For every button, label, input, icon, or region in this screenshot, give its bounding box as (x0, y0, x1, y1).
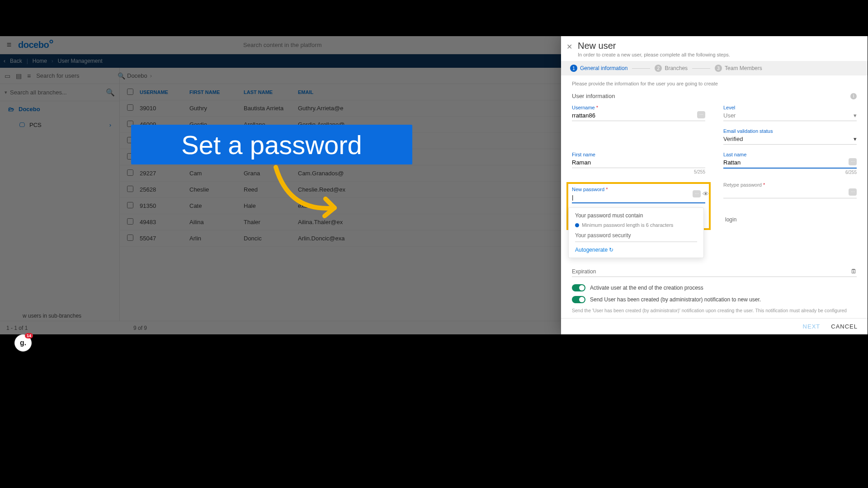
field-retype-password: Retype password * ⋯ login (723, 182, 857, 223)
retype-password-input[interactable] (723, 188, 857, 198)
field-last-name: Last name ⋯ 6/255 (723, 152, 857, 175)
collapse-icon[interactable]: ▾ (5, 89, 7, 95)
step-divider (632, 68, 650, 69)
level-select[interactable]: User (723, 110, 857, 121)
row-checkbox[interactable] (127, 202, 133, 208)
section-label: User information (572, 93, 615, 99)
cell-firstname: Cam (189, 170, 244, 177)
cell-lastname: Doncic (244, 235, 298, 242)
cell-username: 25628 (140, 186, 189, 193)
panel-subtitle: In order to create a new user, please co… (578, 52, 730, 57)
crumb-docebo[interactable]: Docebo (127, 72, 147, 79)
step-branches[interactable]: 2Branches (655, 65, 688, 72)
field-expiration[interactable]: Expiration 🗓 (572, 266, 857, 277)
branch-pcs[interactable]: 🖵 PCS › (0, 117, 119, 133)
new-user-panel: ✕ New user In order to create a new user… (561, 36, 868, 334)
password-rules-popover: Your password must contain Minimum passw… (568, 207, 704, 258)
sidebar-toolbar: ▭ ▤ ≡ 🔍 (0, 68, 119, 84)
chevron-right-icon[interactable]: › (109, 122, 111, 128)
toggle-switch[interactable] (572, 296, 585, 303)
pw-security-label: Your password security (575, 232, 697, 239)
step-team[interactable]: 3Team Members (715, 65, 762, 72)
search-users-input[interactable] (36, 72, 112, 79)
toggle-activate[interactable]: Activate user at the end of the creation… (572, 284, 857, 291)
search-branches-input[interactable] (10, 89, 106, 96)
autogenerate-link[interactable]: Autogenerate ↻ (575, 247, 697, 253)
field-new-password: New password * ⋯ 👁 Your password must co… (566, 182, 711, 230)
crumb-home[interactable]: Home (33, 58, 47, 64)
cell-lastname: Bautista Arrieta (244, 105, 298, 112)
field-level: Level User ▾ (723, 105, 857, 121)
floating-badge[interactable]: g. 14 (14, 334, 32, 352)
list-icon[interactable]: ▤ (16, 72, 22, 80)
row-checkbox[interactable] (127, 218, 133, 225)
refresh-icon: ↻ (609, 247, 613, 253)
desktop-icon: 🖵 (19, 122, 25, 128)
chevron-down-icon[interactable]: ▾ (854, 136, 857, 142)
calendar-icon[interactable]: 🗓 (851, 268, 857, 275)
logo[interactable]: docebo° (18, 40, 53, 50)
username-input[interactable] (572, 110, 705, 121)
step-general[interactable]: 1General information (570, 65, 627, 72)
global-search-placeholder[interactable]: Search content in the platform (243, 42, 321, 48)
filter-icon[interactable]: ≡ (27, 72, 31, 80)
panel-header: ✕ New user In order to create a new user… (561, 36, 868, 61)
sub-branches-note: w users in sub-branches (23, 313, 81, 319)
callout-arrow-icon (262, 163, 353, 230)
char-counter: 5/255 (572, 169, 705, 174)
step-divider (692, 68, 710, 69)
field-first-name: First name 5/255 (572, 152, 705, 175)
row-checkbox[interactable] (127, 235, 133, 241)
first-name-input[interactable] (572, 157, 705, 168)
cancel-button[interactable]: CANCEL (831, 323, 858, 330)
sidebar: ▭ ▤ ≡ 🔍 ▾ 🔍 🗁 Docebo 🖵 PCS › (0, 68, 120, 321)
toggle-notify[interactable]: Send User has been created (by administr… (572, 296, 857, 303)
last-name-input[interactable] (723, 157, 857, 169)
callout-banner: Set a password (131, 125, 412, 164)
email-status-select[interactable]: Verified (723, 134, 857, 145)
pw-strength-bar (575, 241, 697, 242)
logo-text: docebo (18, 40, 49, 50)
expiration-label: Expiration (572, 268, 596, 275)
toggle-switch[interactable] (572, 284, 585, 291)
folder-icon[interactable]: ▭ (5, 72, 10, 80)
select-all-checkbox[interactable] (127, 89, 133, 95)
info-icon[interactable]: i (850, 93, 857, 99)
chevron-down-icon[interactable]: ▾ (854, 112, 857, 119)
col-username[interactable]: USERNAME (140, 89, 189, 95)
panel-title: New user (578, 41, 730, 51)
branch-docebo[interactable]: 🗁 Docebo (0, 101, 119, 117)
badge-letter: g. (20, 339, 26, 347)
footnote: Send the 'User has been created (by admi… (572, 308, 857, 314)
keypad-icon[interactable]: ⋯ (697, 111, 705, 118)
row-checkbox[interactable] (127, 104, 133, 111)
new-password-input[interactable] (572, 192, 705, 203)
chevron-right-icon: › (150, 72, 152, 79)
keypad-icon[interactable]: ⋯ (849, 158, 857, 165)
hamburger-icon[interactable]: ≡ (0, 40, 18, 50)
cell-firstname: Arlin (189, 235, 244, 242)
next-button[interactable]: NEXT (803, 323, 821, 330)
back-link[interactable]: Back (10, 58, 22, 64)
field-label: First name (572, 152, 595, 157)
close-icon[interactable]: ✕ (566, 41, 572, 57)
field-label: Email validation status (723, 128, 773, 134)
wizard-steps: 1General information 2Branches 3Team Mem… (561, 61, 868, 75)
panel-footer: NEXT CANCEL (561, 318, 868, 334)
cell-username: 39010 (140, 105, 189, 112)
row-count: 9 of 9 (133, 325, 147, 331)
row-checkbox[interactable] (127, 169, 133, 176)
crumb-page: User Management (58, 58, 103, 64)
keypad-icon[interactable]: ⋯ (693, 190, 701, 197)
cell-firstname: Cate (189, 202, 244, 209)
eye-icon[interactable]: 👁 (703, 190, 709, 197)
col-firstname[interactable]: FIRST NAME (189, 89, 244, 95)
col-lastname[interactable]: LAST NAME (244, 89, 298, 95)
keypad-icon[interactable]: ⋯ (849, 188, 857, 196)
cell-firstname: Guthry (189, 105, 244, 112)
row-checkbox[interactable] (127, 186, 133, 192)
toggle-label: Send User has been created (by administr… (590, 296, 761, 303)
cell-username: 49483 (140, 219, 189, 225)
back-chevron-icon[interactable]: ‹ (4, 58, 5, 64)
search-icon[interactable]: 🔍 (106, 88, 115, 97)
